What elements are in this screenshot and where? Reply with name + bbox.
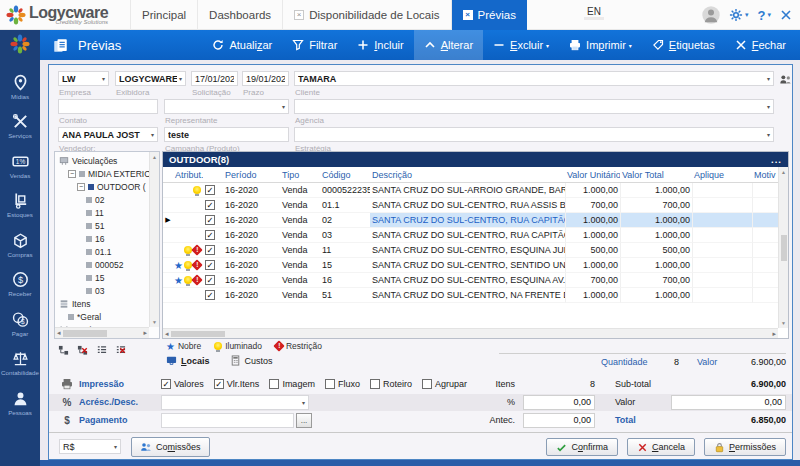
column-header-valor-unitario[interactable]: Valor Unitário [565,170,620,180]
incluir-button[interactable]: Incluir [347,30,413,60]
comissoes-button[interactable]: Comissões [131,437,210,457]
atualizar-button[interactable]: Atualizar [202,30,282,60]
row-checkbox[interactable]: ✓ [205,185,215,195]
table-row[interactable]: ★✓16-2020Venda15SANTA CRUZ DO SUL-CENTRO… [163,258,778,273]
scroll-right-icon[interactable]: ▸ [143,329,147,337]
contato-input[interactable] [58,99,158,114]
column-header-valor-total[interactable]: Valor Total [620,170,692,180]
header-tab-principal[interactable]: Principal [130,0,198,30]
excluir-button[interactable]: Excluir▾ [483,30,559,60]
tree-node-itens[interactable]: Itens [57,297,149,310]
dropdown-caret-icon[interactable]: ▾ [629,42,632,49]
app-pinwheel-icon[interactable] [10,34,30,60]
tree-expander-icon[interactable]: − [77,183,85,191]
empresa-combobox[interactable]: LW▾ [58,71,109,86]
row-checkbox[interactable]: ✓ [205,275,215,285]
representante-combobox[interactable]: ▾ [164,99,289,114]
alterar-button[interactable]: Alterar [414,30,483,60]
solicitacao-input[interactable]: 17/01/2020 [191,71,238,86]
sidebar-item-servi-os[interactable]: Serviços [0,107,40,147]
table-row[interactable]: ★✓16-2020Venda16SANTA CRUZ DO SUL-CENTRO… [163,273,778,288]
scrollbar-thumb[interactable] [63,330,107,337]
vendedor-combobox[interactable]: ANA PAULA JOST▾ [58,127,158,142]
header-tab-dashboards[interactable]: Dashboards [198,0,283,30]
grid-more-button[interactable]: ... [771,154,782,165]
sidebar-item-vendas[interactable]: 1%Vendas [0,146,40,186]
dropdown-arrow-icon[interactable]: ▾ [765,103,770,110]
dropdown-arrow-icon[interactable]: ▾ [280,103,285,110]
exibidora-combobox[interactable]: LOGYCWARE SISTE▾ [115,71,186,86]
tree-remove-all-button[interactable] [77,345,88,356]
confirma-button[interactable]: Confirma [546,438,618,456]
option-checkbox[interactable]: ✓ [214,379,224,389]
dropdown-arrow-icon[interactable]: ▾ [149,131,154,138]
scroll-left-icon[interactable]: ◂ [165,330,169,338]
cancela-button[interactable]: Cancela [627,438,695,456]
sidebar-item-pagar[interactable]: $Pagar [0,304,40,344]
scroll-up-icon[interactable]: ▲ [152,154,157,160]
row-checkbox[interactable]: ✓ [205,200,215,210]
dropdown-arrow-icon[interactable]: ▾ [765,75,770,82]
desconto-valor-input[interactable]: 0,00 [671,395,786,410]
tree-node-51[interactable]: 51 [57,219,149,232]
print-option-fluxo[interactable]: Fluxo [325,379,360,389]
scroll-right-icon[interactable]: ▸ [772,330,776,338]
tree-node-midia-exterio[interactable]: −MIDIA EXTERIO [57,167,149,180]
tree-horizontal-scrollbar[interactable]: ◂▸ [55,327,149,338]
column-header-aplique[interactable]: Aplique [692,170,752,180]
print-option-vlr-itens[interactable]: ✓Vlr.Itens [214,379,260,389]
dropdown-arrow-icon[interactable]: ▾ [177,75,182,82]
pct-input[interactable]: 0,00 [523,395,595,410]
column-header-descricao[interactable]: Descrição [370,170,565,180]
tree-node-geral[interactable]: *Geral [57,310,149,323]
scroll-up-icon[interactable]: ▲ [781,169,786,175]
print-option-roteiro[interactable]: Roteiro [370,379,412,389]
print-option-valores[interactable]: ✓Valores [161,379,204,389]
table-row[interactable]: ✓16-2020Venda01.1SANTA CRUZ DO SUL-CENTR… [163,198,778,213]
tree-node-01-1[interactable]: 01.1 [57,245,149,258]
column-header-tipo[interactable]: Tipo [280,170,320,180]
help-button[interactable]: ?▾ [758,8,771,23]
language-indicator[interactable]: EN [584,6,604,20]
pagamento-browse-button[interactable]: ... [296,413,312,428]
row-checkbox[interactable]: ✓ [205,260,215,270]
tree-node-outdoor[interactable]: −OUTDOOR ( [57,180,149,193]
tree-expand-all-button[interactable] [58,345,69,356]
pagamento-input[interactable] [161,413,294,428]
cliente-people-icon[interactable] [779,73,792,86]
row-checkbox[interactable]: ✓ [205,290,215,300]
row-checkbox[interactable]: ✓ [205,230,215,240]
tree-remove-branch-button[interactable] [115,345,126,356]
filtrar-button[interactable]: Filtrar [282,30,347,60]
sidebar-item-compras[interactable]: Compras [0,225,40,265]
tree-expander-icon[interactable]: − [68,170,76,178]
tree-node-veicula-es[interactable]: Veiculações [57,154,149,167]
row-checkbox[interactable]: ✓ [205,245,215,255]
window-close-button[interactable] [780,9,792,21]
user-avatar[interactable] [702,6,720,24]
tree-node-02[interactable]: 02 [57,193,149,206]
column-header-periodo[interactable]: Período [223,170,280,180]
grid-tab-locais[interactable]: Locais [166,355,210,366]
option-checkbox[interactable] [269,379,279,389]
column-header-motivo[interactable]: Motiv [752,170,778,180]
permiss-es-button[interactable]: Permissões [704,438,786,456]
scroll-down-icon[interactable]: ▼ [781,320,786,326]
table-row[interactable]: ✓16-2020Venda0000522235SANTA CRUZ DO SUL… [163,183,778,198]
estrategia-combobox[interactable]: ▾ [294,127,774,142]
option-checkbox[interactable] [325,379,335,389]
table-row[interactable]: ✓16-2020Venda51SANTA CRUZ DO SUL-CENTRO,… [163,288,778,303]
table-row[interactable]: ▶✓16-2020Venda02SANTA CRUZ DO SUL-CENTRO… [163,213,778,228]
campanha-input[interactable]: teste [164,127,289,142]
dropdown-arrow-icon[interactable]: ▾ [112,443,117,450]
grid-horizontal-scrollbar[interactable]: ◂▸ [163,328,778,338]
cliente-combobox[interactable]: TAMARA▾ [294,71,774,86]
antec-input[interactable]: 0,00 [523,413,595,428]
tab-close-icon[interactable]: × [294,10,304,20]
option-checkbox[interactable]: ✓ [161,379,171,389]
scroll-down-icon[interactable]: ▼ [152,319,157,325]
tree-node-000052[interactable]: 000052 [57,258,149,271]
tree-node-11[interactable]: 11 [57,206,149,219]
imprimir-button[interactable]: Imprimir▾ [559,30,642,60]
dropdown-arrow-icon[interactable]: ▾ [100,75,105,82]
